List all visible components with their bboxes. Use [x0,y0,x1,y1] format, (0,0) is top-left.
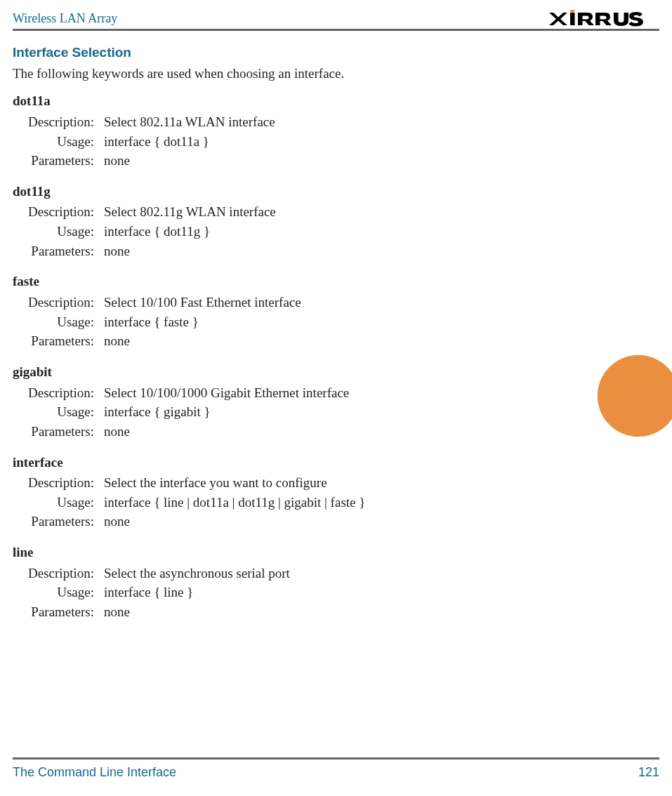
keyword-name: dot11g [13,183,525,201]
usage-label: Usage: [13,133,104,151]
usage-label: Usage: [13,493,104,512]
footer-chapter: The Command Line Interface [13,764,176,781]
keyword-name: interface [13,453,525,472]
usage-value: interface { faste } [104,313,525,331]
definition-row: Usage:interface { dot11a } [13,133,525,151]
definition-row: Parameters:none [13,152,525,170]
keyword-name: faste [13,272,525,291]
usage-label: Usage: [13,583,104,602]
description-value: Select 802.11g WLAN interface [104,203,525,221]
description-value: Select the asynchronous serial port [104,564,525,583]
definition-row: Usage:interface { line } [13,583,525,602]
keyword-block: fasteDescription:Select 10/100 Fast Ethe… [13,272,525,350]
usage-label: Usage: [13,223,104,241]
definition-row: Description:Select 10/100/1000 Gigabit E… [13,384,525,402]
parameters-label: Parameters: [13,332,104,350]
usage-label: Usage: [13,313,104,331]
description-value: Select the interface you want to configu… [104,474,525,492]
section-heading: Interface Selection [13,44,525,62]
definition-row: Parameters:none [13,332,525,350]
keywords-list: dot11aDescription:Select 802.11a WLAN in… [13,92,525,621]
keyword-name: line [13,543,525,562]
description-label: Description: [13,293,104,312]
definition-row: Description:Select the interface you wan… [13,474,525,492]
description-label: Description: [13,474,104,492]
definition-row: Description:Select 802.11g WLAN interfac… [13,203,525,221]
description-value: Select 10/100/1000 Gigabit Ethernet inte… [104,384,525,402]
definition-row: Usage:interface { line | dot11a | dot11g… [13,493,525,512]
usage-value: interface { line } [104,583,525,602]
footer-page-number: 121 [638,764,659,781]
definition-row: Parameters:none [13,242,525,260]
parameters-value: none [104,512,525,531]
usage-label: Usage: [13,403,104,421]
page-header: Wireless LAN Array [13,10,659,31]
brand-logo [547,10,659,28]
parameters-label: Parameters: [13,512,104,531]
thumb-tab-marker [598,355,672,437]
usage-value: interface { gigabit } [104,403,525,421]
svg-point-6 [570,10,575,12]
header-title: Wireless LAN Array [13,10,117,27]
parameters-value: none [104,332,525,350]
description-value: Select 802.11a WLAN interface [104,113,525,131]
definition-row: Usage:interface { faste } [13,313,525,331]
description-label: Description: [13,203,104,221]
parameters-label: Parameters: [13,152,104,170]
xirrus-logo-icon [547,10,659,28]
parameters-label: Parameters: [13,603,104,621]
definition-row: Usage:interface { gigabit } [13,403,525,421]
parameters-value: none [104,242,525,260]
keyword-name: dot11a [13,92,525,110]
keyword-name: gigabit [13,363,525,381]
description-label: Description: [13,384,104,402]
usage-value: interface { dot11a } [104,133,525,151]
section-intro: The following keywords are used when cho… [13,65,525,83]
usage-value: interface { line | dot11a | dot11g | gig… [104,493,525,512]
parameters-label: Parameters: [13,242,104,260]
keyword-block: dot11gDescription:Select 802.11g WLAN in… [13,183,525,260]
definition-row: Usage:interface { dot11g } [13,223,525,241]
definition-row: Description:Select the asynchronous seri… [13,564,525,583]
definition-row: Parameters:none [13,423,525,441]
definition-row: Description:Select 10/100 Fast Ethernet … [13,293,525,312]
keyword-block: dot11aDescription:Select 802.11a WLAN in… [13,92,525,170]
parameters-value: none [104,423,525,441]
content-area: Interface Selection The following keywor… [13,44,525,634]
keyword-block: interfaceDescription:Select the interfac… [13,453,525,531]
description-label: Description: [13,113,104,131]
usage-value: interface { dot11g } [104,223,525,241]
definition-row: Description:Select 802.11a WLAN interfac… [13,113,525,131]
parameters-value: none [104,152,525,170]
parameters-value: none [104,603,525,621]
page-footer: The Command Line Interface 121 [13,757,659,781]
keyword-block: gigabitDescription:Select 10/100/1000 Gi… [13,363,525,441]
parameters-label: Parameters: [13,423,104,441]
definition-row: Parameters:none [13,603,525,621]
keyword-block: lineDescription:Select the asynchronous … [13,543,525,621]
description-label: Description: [13,564,104,583]
svg-rect-0 [570,13,575,25]
description-value: Select 10/100 Fast Ethernet interface [104,293,525,312]
definition-row: Parameters:none [13,512,525,531]
